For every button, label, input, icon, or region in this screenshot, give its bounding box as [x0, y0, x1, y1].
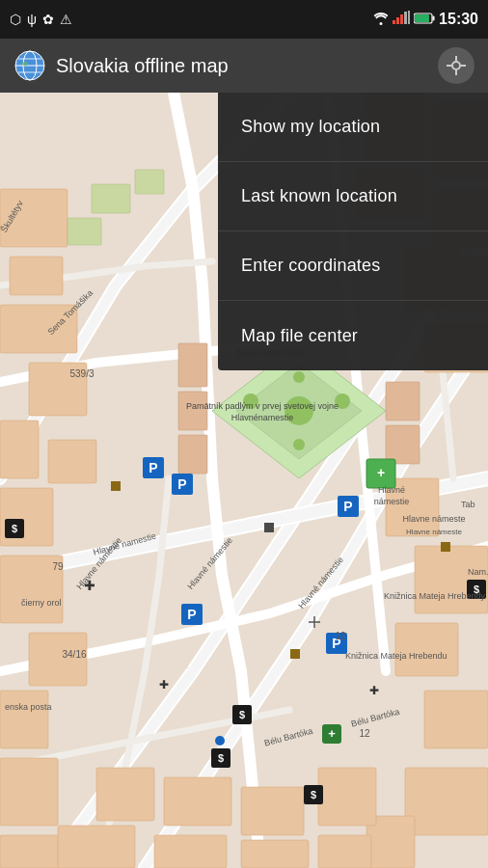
- svg-rect-68: [68, 218, 101, 245]
- svg-rect-37: [0, 691, 48, 748]
- svg-rect-2: [400, 14, 403, 24]
- svg-rect-95: [111, 481, 121, 491]
- svg-rect-66: [92, 184, 130, 213]
- svg-rect-94: [264, 523, 274, 532]
- svg-rect-64: [386, 382, 420, 420]
- svg-rect-39: [0, 835, 68, 868]
- svg-rect-48: [241, 787, 304, 835]
- svg-rect-49: [318, 768, 376, 826]
- svg-point-15: [452, 62, 460, 69]
- svg-rect-43: [424, 691, 488, 748]
- battery-icon: [414, 11, 435, 28]
- svg-text:$: $: [239, 709, 245, 720]
- svg-text:Hlavne námeste: Hlavne námeste: [406, 528, 462, 536]
- svg-rect-26: [48, 440, 96, 483]
- map-container[interactable]: + P P P P P $ $ $ $ $ ✚ ✚ ✚ 539: [0, 93, 488, 868]
- svg-rect-96: [290, 649, 300, 659]
- usb-icon: ⬡: [10, 12, 21, 27]
- svg-point-60: [293, 439, 305, 450]
- status-bar: ⬡ ψ ✿ ⚠: [0, 0, 488, 39]
- svg-point-14: [22, 62, 28, 66]
- svg-rect-44: [405, 768, 488, 835]
- svg-rect-22: [10, 257, 63, 295]
- svg-text:✚: ✚: [369, 684, 379, 697]
- svg-rect-38: [0, 758, 58, 826]
- app-title: Slovakia offline map: [56, 55, 229, 77]
- svg-text:P: P: [149, 460, 157, 475]
- svg-rect-97: [441, 542, 450, 552]
- settings-icon: ✿: [42, 12, 54, 27]
- my-location-button[interactable]: [438, 47, 474, 84]
- svg-rect-61: [178, 392, 207, 430]
- svg-text:Nam. S. M. Do: Nam. S. M. Do: [468, 567, 488, 577]
- svg-rect-7: [415, 14, 429, 22]
- svg-rect-67: [135, 170, 164, 194]
- svg-point-59: [293, 371, 305, 383]
- status-icons-right: 15:30: [373, 11, 478, 28]
- svg-rect-52: [241, 840, 309, 868]
- svg-rect-63: [178, 343, 207, 387]
- svg-text:Pamätník padlým v prvej svetov: Pamätník padlým v prvej svetovej vojne: [186, 401, 339, 411]
- signal-bars: [393, 11, 410, 28]
- svg-text:P: P: [343, 499, 352, 514]
- app-icon: [14, 49, 46, 82]
- usb2-icon: ψ: [27, 12, 37, 27]
- svg-text:12: 12: [359, 728, 370, 739]
- svg-rect-1: [396, 17, 399, 24]
- svg-text:enska posta: enska posta: [5, 702, 52, 712]
- svg-rect-25: [0, 420, 39, 478]
- svg-text:Knižnica Mateja Hrebendy: Knižnica Mateja Hrebendy: [384, 591, 486, 601]
- toolbar-left: Slovakia offline map: [14, 49, 229, 82]
- dropdown-menu: Show my location Last known location Ent…: [218, 93, 488, 370]
- svg-rect-6: [433, 16, 435, 21]
- svg-rect-62: [178, 435, 207, 474]
- menu-item-show-location[interactable]: Show my location: [218, 93, 488, 162]
- svg-rect-4: [408, 11, 410, 24]
- status-time: 15:30: [439, 11, 478, 28]
- svg-text:34/16: 34/16: [62, 649, 86, 660]
- svg-text:+: +: [328, 726, 336, 741]
- svg-text:Knižnica Mateja Hrebendu: Knižnica Mateja Hrebendu: [345, 651, 447, 661]
- svg-text:$: $: [311, 789, 316, 800]
- svg-rect-51: [154, 835, 227, 868]
- svg-rect-65: [386, 425, 420, 464]
- svg-text:P: P: [177, 476, 186, 492]
- menu-item-last-known[interactable]: Last known location: [218, 162, 488, 231]
- svg-rect-3: [404, 12, 407, 24]
- svg-text:$: $: [12, 523, 17, 534]
- svg-text:čierny orol: čierny orol: [21, 598, 62, 608]
- svg-text:$: $: [218, 752, 224, 764]
- svg-text:P: P: [187, 607, 196, 622]
- svg-rect-0: [393, 20, 395, 24]
- toolbar: Slovakia offline map: [0, 39, 488, 93]
- svg-text:Hlavnénamestie: Hlavnénamestie: [231, 413, 294, 422]
- svg-rect-42: [395, 623, 458, 676]
- location-crosshair-icon: [446, 55, 467, 76]
- svg-text:Tab: Tab: [461, 500, 475, 509]
- warning-icon: ⚠: [60, 12, 72, 27]
- svg-point-105: [215, 736, 225, 746]
- svg-text:Hlavné: Hlavné: [378, 485, 405, 495]
- svg-text:námestie: námestie: [374, 497, 410, 506]
- svg-rect-53: [318, 835, 371, 868]
- svg-text:+: +: [377, 465, 385, 480]
- menu-item-enter-coordinates[interactable]: Enter coordinates: [218, 231, 488, 301]
- svg-text:Hlavne námeste: Hlavne námeste: [402, 514, 465, 524]
- svg-rect-46: [96, 768, 154, 821]
- svg-rect-50: [58, 826, 135, 868]
- svg-text:539/3: 539/3: [69, 368, 94, 379]
- svg-text:12: 12: [335, 631, 346, 641]
- menu-item-map-file-center[interactable]: Map file center: [218, 301, 488, 370]
- wifi-icon: [373, 12, 389, 28]
- status-icons-left: ⬡ ψ ✿ ⚠: [10, 12, 72, 27]
- svg-text:79: 79: [52, 561, 64, 572]
- svg-text:✚: ✚: [159, 678, 169, 692]
- svg-rect-47: [164, 777, 231, 826]
